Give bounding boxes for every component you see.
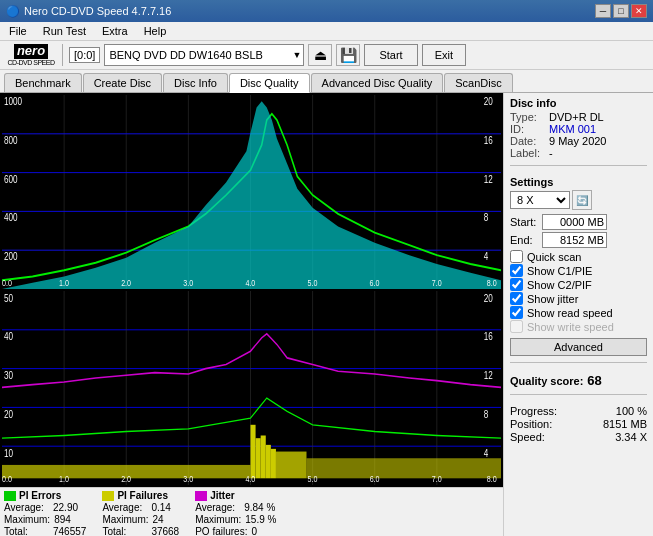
- start-mb-input[interactable]: [542, 214, 607, 230]
- nero-subtitle: CD-DVD SPEED: [8, 59, 55, 66]
- show-c1-pie-checkbox[interactable]: [510, 264, 523, 277]
- quick-scan-row: Quick scan: [510, 250, 647, 263]
- close-button[interactable]: ✕: [631, 4, 647, 18]
- svg-text:8.0: 8.0: [487, 473, 497, 484]
- end-mb-input[interactable]: [542, 232, 607, 248]
- menu-help[interactable]: Help: [141, 24, 170, 38]
- disc-type-row: Type: DVD+R DL: [510, 111, 647, 123]
- toolbar-divider: [62, 44, 63, 66]
- svg-text:200: 200: [4, 251, 18, 262]
- show-write-speed-checkbox[interactable]: [510, 320, 523, 333]
- progress-position-row: Position: 8151 MB: [510, 418, 647, 430]
- jitter-average: Average: 9.84 %: [195, 502, 276, 513]
- svg-text:20: 20: [484, 292, 493, 304]
- menu-run-test[interactable]: Run Test: [40, 24, 89, 38]
- svg-text:600: 600: [4, 174, 18, 185]
- svg-text:4: 4: [484, 251, 489, 262]
- progress-section: Progress: 100 % Position: 8151 MB Speed:…: [510, 405, 647, 444]
- charts-and-legend: 1000 800 600 400 200 20 16 12 8 4 0.0 1.…: [0, 93, 503, 536]
- menu-extra[interactable]: Extra: [99, 24, 131, 38]
- legend-pi-errors-title: PI Errors: [4, 490, 86, 501]
- svg-text:0.0: 0.0: [2, 279, 12, 289]
- svg-text:7.0: 7.0: [432, 473, 442, 484]
- pi-errors-total: Total: 746557: [4, 526, 86, 536]
- settings-divider: [510, 165, 647, 166]
- jitter-color: [195, 491, 207, 501]
- pi-errors-maximum: Maximum: 894: [4, 514, 86, 525]
- app-icon: 🔵: [6, 5, 20, 18]
- tab-scan-disc[interactable]: ScanDisc: [444, 73, 512, 92]
- title-bar-controls: ─ □ ✕: [595, 4, 647, 18]
- disc-info-title: Disc info: [510, 97, 647, 109]
- tab-benchmark[interactable]: Benchmark: [4, 73, 82, 92]
- svg-text:5.0: 5.0: [308, 473, 318, 484]
- settings-title: Settings: [510, 176, 647, 188]
- svg-text:3.0: 3.0: [183, 473, 193, 484]
- maximize-button[interactable]: □: [613, 4, 629, 18]
- svg-text:40: 40: [4, 330, 13, 342]
- legend-pi-failures: PI Failures Average: 0.14 Maximum: 24 To…: [102, 490, 179, 536]
- svg-text:50: 50: [4, 292, 13, 304]
- tab-disc-info[interactable]: Disc Info: [163, 73, 228, 92]
- progress-divider: [510, 394, 647, 395]
- title-bar-left: 🔵 Nero CD-DVD Speed 4.7.7.16: [6, 5, 171, 18]
- right-panel: Disc info Type: DVD+R DL ID: MKM 001 Dat…: [503, 93, 653, 536]
- pi-failures-color: [102, 491, 114, 501]
- show-jitter-checkbox[interactable]: [510, 292, 523, 305]
- pi-errors-color: [4, 491, 16, 501]
- speed-row: 8 X 🔄: [510, 190, 647, 210]
- show-c2-pif-checkbox[interactable]: [510, 278, 523, 291]
- quick-scan-checkbox[interactable]: [510, 250, 523, 263]
- bottom-chart: 50 40 30 20 10 20 16 12 8 4 0.0 1.0 2.0 …: [2, 291, 501, 485]
- tab-advanced-disc-quality[interactable]: Advanced Disc Quality: [311, 73, 444, 92]
- svg-text:16: 16: [484, 330, 493, 342]
- svg-text:7.0: 7.0: [432, 279, 442, 289]
- svg-text:6.0: 6.0: [370, 473, 380, 484]
- device-label: [0:0]: [69, 47, 100, 63]
- svg-text:2.0: 2.0: [121, 279, 131, 289]
- device-dropdown-wrap[interactable]: BENQ DVD DD DW1640 BSLB ▼: [104, 44, 304, 66]
- device-dropdown[interactable]: BENQ DVD DD DW1640 BSLB: [104, 44, 304, 66]
- show-read-speed-checkbox[interactable]: [510, 306, 523, 319]
- minimize-button[interactable]: ─: [595, 4, 611, 18]
- refresh-icon-button[interactable]: 🔄: [572, 190, 592, 210]
- svg-text:20: 20: [484, 96, 493, 107]
- svg-text:12: 12: [484, 369, 493, 381]
- legend-pi-failures-title: PI Failures: [102, 490, 179, 501]
- save-icon-button[interactable]: 💾: [336, 44, 360, 66]
- svg-text:6.0: 6.0: [370, 279, 380, 289]
- tab-create-disc[interactable]: Create Disc: [83, 73, 162, 92]
- svg-rect-49: [250, 425, 255, 479]
- svg-text:3.0: 3.0: [183, 279, 193, 289]
- pi-failures-total: Total: 37668: [102, 526, 179, 536]
- menu-file[interactable]: File: [6, 24, 30, 38]
- start-mb-row: Start:: [510, 214, 647, 230]
- svg-text:4: 4: [484, 447, 489, 459]
- toolbar: nero CD-DVD SPEED [0:0] BENQ DVD DD DW16…: [0, 41, 653, 70]
- disc-info-section: Disc info Type: DVD+R DL ID: MKM 001 Dat…: [510, 97, 647, 159]
- title-bar: 🔵 Nero CD-DVD Speed 4.7.7.16 ─ □ ✕: [0, 0, 653, 22]
- show-read-speed-row: Show read speed: [510, 306, 647, 319]
- exit-button[interactable]: Exit: [422, 44, 466, 66]
- device-select-area: [0:0] BENQ DVD DD DW1640 BSLB ▼: [69, 44, 304, 66]
- speed-dropdown[interactable]: 8 X: [510, 191, 570, 209]
- svg-text:1.0: 1.0: [59, 279, 69, 289]
- svg-text:8: 8: [484, 213, 489, 224]
- svg-rect-54: [276, 452, 307, 479]
- jitter-maximum: Maximum: 15.9 %: [195, 514, 276, 525]
- disc-id-row: ID: MKM 001: [510, 123, 647, 135]
- legend-panel: PI Errors Average: 22.90 Maximum: 894 To…: [0, 487, 503, 536]
- disc-label-row: Label: -: [510, 147, 647, 159]
- end-mb-row: End:: [510, 232, 647, 248]
- progress-speed-row: Speed: 3.34 X: [510, 431, 647, 443]
- svg-text:5.0: 5.0: [308, 279, 318, 289]
- top-chart: 1000 800 600 400 200 20 16 12 8 4 0.0 1.…: [2, 95, 501, 289]
- svg-text:10: 10: [4, 447, 13, 459]
- disc-date-row: Date: 9 May 2020: [510, 135, 647, 147]
- advanced-button[interactable]: Advanced: [510, 338, 647, 356]
- svg-text:8.0: 8.0: [487, 279, 497, 289]
- app-title: Nero CD-DVD Speed 4.7.7.16: [24, 5, 171, 17]
- eject-icon-button[interactable]: ⏏: [308, 44, 332, 66]
- tab-disc-quality[interactable]: Disc Quality: [229, 73, 310, 93]
- start-button[interactable]: Start: [364, 44, 417, 66]
